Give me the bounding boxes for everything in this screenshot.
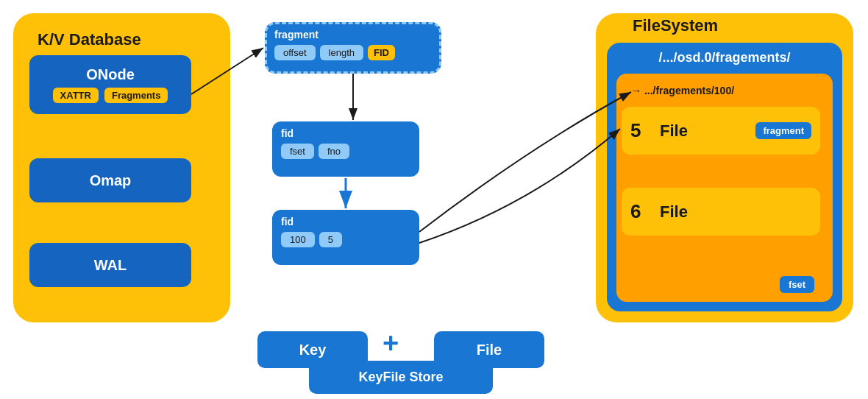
fid-field: FID (368, 45, 395, 60)
offset-field: offset (274, 45, 316, 60)
omap-label: Omap (90, 172, 132, 189)
wal-label: WAL (94, 257, 127, 274)
fid-middle-box: fid fset fno (272, 121, 419, 177)
fragment-box: fragment offset length FID (265, 22, 441, 74)
file5-number: 5 (630, 119, 652, 142)
file-bottom-label: File (477, 342, 502, 359)
file5-label: File (652, 121, 755, 141)
fid-bottom-box: fid 100 5 (272, 210, 419, 265)
fragment-fields: offset length FID (274, 45, 395, 60)
fno-field: fno (319, 144, 349, 159)
omap-box: Omap (29, 158, 191, 202)
file5-fragment-tag: fragment (755, 122, 811, 139)
fset-field: fset (281, 144, 314, 159)
file6-number: 6 (630, 200, 652, 223)
keyfile-store-label: KeyFile Store (358, 370, 443, 385)
fset-bottom-label: fset (780, 276, 814, 293)
kv-database-label: K/V Database (38, 30, 141, 49)
wal-box: WAL (29, 243, 191, 287)
keyfile-store-box: KeyFile Store (309, 361, 493, 394)
filesystem-label: FileSystem (633, 16, 718, 35)
onode-label: ONode (86, 66, 135, 83)
fid-middle-fields: fset fno (281, 144, 349, 159)
filesystem-path: /.../osd.0/fragements/ (607, 43, 842, 71)
fid-5-field: 5 (319, 232, 342, 247)
fragments-tag: Fragments (104, 88, 168, 103)
diagram: K/V Database ONode XATTR Fragments Omap … (0, 0, 868, 399)
xattr-tag: XATTR (53, 88, 99, 103)
plus-icon: + (383, 328, 399, 359)
fragement-subpath: → .../fragements/100/ (631, 85, 734, 96)
onode-box: ONode XATTR Fragments (29, 55, 191, 114)
length-field: length (320, 45, 363, 60)
file5-box: 5 File fragment (622, 107, 820, 155)
fid-middle-title: fid (281, 127, 294, 139)
fid-100-field: 100 (281, 232, 315, 247)
key-label: Key (299, 342, 327, 359)
fid-bottom-fields: 100 5 (281, 232, 342, 247)
file6-box: 6 File (622, 188, 820, 236)
file6-label: File (652, 202, 811, 222)
onode-tags: XATTR Fragments (53, 88, 168, 103)
fragment-title: fragment (274, 29, 319, 40)
fid-bottom-title: fid (281, 216, 294, 227)
